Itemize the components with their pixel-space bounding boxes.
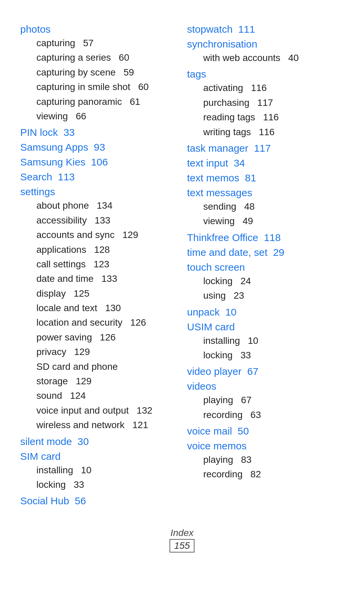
footer-label: Index: [20, 528, 344, 538]
index-subentry: writing tags 116: [187, 125, 344, 139]
index-heading-settings: settings: [20, 186, 177, 198]
index-subentry: locking 24: [187, 274, 344, 288]
index-subentry: about phone 134: [20, 198, 177, 213]
index-heading-photos: photos: [20, 24, 177, 35]
index-subentry: SD card and phone: [20, 359, 177, 374]
index-heading-silent-mode: silent mode 30: [20, 436, 177, 447]
index-subentry: capturing 57: [20, 36, 177, 50]
index-heading-samsung-apps: Samsung Apps 93: [20, 142, 177, 153]
index-subentry: installing 10: [187, 333, 344, 348]
index-heading-voice-mail: voice mail 50: [187, 425, 344, 437]
index-subentry: applications 128: [20, 242, 177, 257]
index-subentry: installing 10: [20, 463, 177, 477]
index-subentry: display 125: [20, 286, 177, 301]
footer: Index 155: [20, 528, 344, 553]
index-subentry: capturing a series 60: [20, 50, 177, 65]
index-heading-pin-lock: PIN lock 33: [20, 127, 177, 138]
index-heading-video-player: video player 67: [187, 366, 344, 377]
index-subentry: capturing panoramic 61: [20, 94, 177, 109]
index-subentry: voice input and output 132: [20, 403, 177, 418]
index-subentry: storage 129: [20, 374, 177, 388]
index-subentry: reading tags 116: [187, 110, 344, 124]
index-subentry: locking 33: [20, 477, 177, 492]
index-subentry: playing 83: [187, 452, 344, 467]
index-heading-touch-screen: touch screen: [187, 262, 344, 273]
index-heading-text-memos: text memos 81: [187, 172, 344, 184]
index-subentry: recording 82: [187, 467, 344, 481]
index-subentry: capturing by scene 59: [20, 65, 177, 80]
left-column: photoscapturing 57capturing a series 60c…: [20, 20, 187, 507]
index-subentry: accounts and sync 129: [20, 228, 177, 242]
index-heading-unpack: unpack 10: [187, 306, 344, 318]
index-heading-text-messages: text messages: [187, 187, 344, 199]
right-column: stopwatch 111synchronisationwith web acc…: [187, 20, 344, 507]
index-subentry: wireless and network 121: [20, 418, 177, 432]
index-heading-search: Search 113: [20, 171, 177, 183]
index-heading-sim-card: SIM card: [20, 451, 177, 462]
index-heading-samsung-kies: Samsung Kies 106: [20, 156, 177, 168]
index-subentry: capturing in smile shot 60: [20, 80, 177, 94]
index-subentry: viewing 66: [20, 109, 177, 123]
index-heading-videos: videos: [187, 381, 344, 392]
index-heading-usim-card: USIM card: [187, 321, 344, 333]
index-subentry: privacy 129: [20, 345, 177, 359]
index-subentry: date and time 133: [20, 271, 177, 286]
index-heading-social-hub: Social Hub 56: [20, 495, 177, 507]
index-heading-text-input: text input 34: [187, 157, 344, 169]
index-subentry: using 23: [187, 288, 344, 303]
index-subentry: accessibility 133: [20, 213, 177, 228]
index-subentry: purchasing 117: [187, 95, 344, 110]
index-subentry: call settings 123: [20, 257, 177, 271]
index-container: photoscapturing 57capturing a series 60c…: [20, 20, 344, 507]
index-heading-voice-memos: voice memos: [187, 440, 344, 452]
index-subentry: locking 33: [187, 348, 344, 362]
index-subentry: location and security 126: [20, 315, 177, 330]
index-heading-stopwatch: stopwatch 111: [187, 24, 344, 35]
index-heading-thinkfree-office: Thinkfree Office 118: [187, 232, 344, 243]
page-number: 155: [170, 539, 195, 553]
index-subentry: sound 124: [20, 388, 177, 403]
index-subentry: viewing 49: [187, 214, 344, 228]
index-subentry: power saving 126: [20, 330, 177, 345]
index-heading-synchronisation: synchronisation: [187, 38, 344, 50]
index-subentry: with web accounts 40: [187, 51, 344, 65]
index-heading-time-and-date: time and date, set 29: [187, 247, 344, 258]
index-heading-tags: tags: [187, 68, 344, 80]
index-heading-task-manager: task manager 117: [187, 143, 344, 154]
index-subentry: activating 116: [187, 81, 344, 95]
index-subentry: playing 67: [187, 393, 344, 407]
index-subentry: locale and text 130: [20, 301, 177, 315]
index-subentry: recording 63: [187, 408, 344, 422]
index-subentry: sending 48: [187, 199, 344, 214]
